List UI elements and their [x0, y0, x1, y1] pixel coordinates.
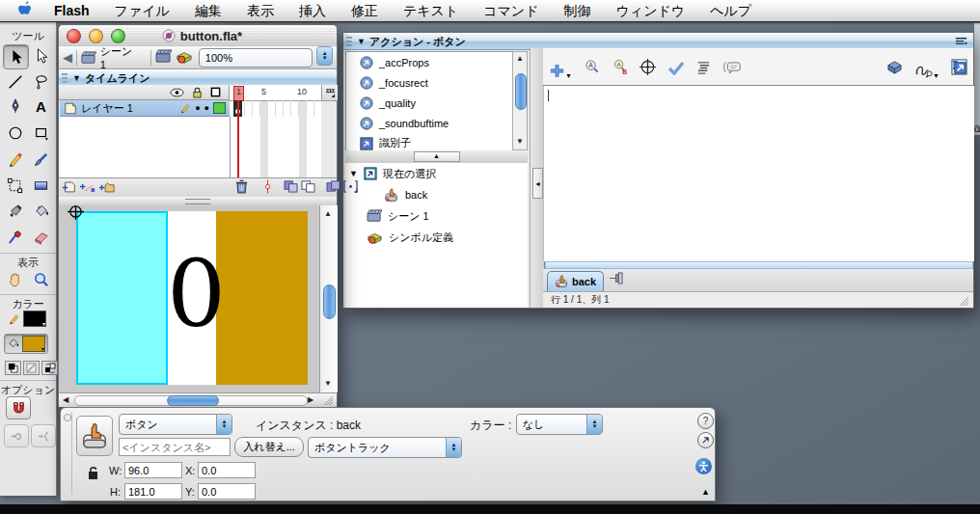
eraser-tool[interactable] [29, 226, 53, 249]
stage-vertical-scrollbar[interactable]: ▲ ▼ [319, 205, 338, 392]
gold-rect[interactable] [216, 211, 308, 385]
delete-layer-button[interactable] [235, 179, 248, 196]
zoom-window-button[interactable] [111, 29, 125, 43]
stage-canvas[interactable]: 0 [59, 205, 319, 392]
check-syntax-button[interactable] [667, 61, 685, 79]
menu-help[interactable]: ヘルプ [697, 0, 764, 21]
brush-tool[interactable] [29, 148, 53, 171]
show-hide-eye-icon[interactable] [170, 88, 184, 97]
color-style-select[interactable]: なし ▲▼ [516, 414, 603, 435]
swap-button[interactable]: 入れ替え... [234, 437, 304, 457]
props-gripper[interactable] [64, 412, 72, 495]
layer-row[interactable]: レイヤー 1 ● ● [60, 100, 230, 117]
add-layer-folder-button[interactable] [98, 180, 115, 196]
add-motion-guide-button[interactable] [80, 180, 95, 196]
menu-file[interactable]: ファイル [102, 0, 182, 21]
menu-window[interactable]: ウィンドウ [604, 0, 698, 21]
layer-visible-dot[interactable]: ● [195, 103, 200, 113]
add-layer-button[interactable] [62, 180, 77, 196]
selected-button-rect[interactable] [76, 211, 168, 385]
menu-edit[interactable]: 編集 [182, 0, 234, 21]
timeline-ruler[interactable]: 1 5 10 [230, 85, 321, 101]
tree-expand-icon[interactable]: ▼ [349, 169, 358, 178]
x-field[interactable]: 0.0 [198, 462, 256, 478]
vertical-scroll-thumb[interactable] [323, 284, 336, 319]
default-colors-button[interactable] [5, 361, 21, 375]
toolbox-navigator-splitter[interactable]: ▲ [345, 150, 528, 164]
free-transform-tool[interactable] [3, 174, 27, 197]
splitter-collapse-button[interactable]: ▲ [414, 151, 460, 162]
menu-modify[interactable]: 修正 [339, 0, 391, 21]
rectangle-tool[interactable] [29, 122, 53, 145]
stage-horizontal-scrollbar[interactable]: ◀ ▶ [59, 392, 337, 407]
scroll-down-arrow[interactable]: ▼ [324, 379, 332, 389]
layer-name[interactable]: レイヤー 1 [81, 101, 176, 116]
navigator-current-selection[interactable]: ▼ 現在の選択 [345, 163, 528, 184]
current-scene-label[interactable]: シーン 1 [100, 44, 141, 70]
snap-to-objects-button[interactable] [6, 396, 31, 419]
navigator-symbol-definitions[interactable]: シンボル定義 [345, 227, 528, 248]
center-frame-button[interactable] [264, 179, 271, 196]
object-type-select[interactable]: ボタン ▲▼ [119, 414, 232, 435]
auto-format-button[interactable] [696, 61, 711, 79]
actions-reference-button[interactable] [697, 432, 714, 448]
instance-name-input[interactable] [119, 438, 231, 456]
fill-transform-tool[interactable] [29, 174, 53, 197]
toolbox-scroll-up[interactable]: ▲ [516, 54, 524, 64]
menu-text[interactable]: テキスト [391, 0, 471, 21]
no-color-button[interactable] [23, 361, 40, 375]
apple-menu[interactable] [8, 0, 41, 21]
paint-bucket-tool[interactable] [29, 200, 53, 223]
lasso-tool[interactable] [29, 70, 53, 94]
scroll-up-arrow[interactable]: ▲ [324, 209, 332, 219]
toolbox-item-quality[interactable]: _quality [346, 93, 513, 113]
view-options-button[interactable]: ▼ [914, 63, 939, 79]
menu-view[interactable]: 表示 [234, 0, 286, 21]
pen-tool[interactable] [3, 95, 27, 118]
close-button[interactable] [67, 29, 81, 43]
lock-dimensions-icon[interactable] [88, 466, 99, 480]
add-statement-button[interactable]: ▼ [549, 63, 572, 79]
menu-insert[interactable]: 挿入 [286, 0, 339, 21]
script-horizontal-scrollbar[interactable] [545, 261, 973, 269]
menu-commands[interactable]: コマンド [471, 0, 551, 21]
straighten-button[interactable] [31, 424, 56, 447]
oval-tool[interactable] [3, 122, 27, 145]
edit-multiple-frames-button[interactable] [326, 180, 340, 195]
edit-symbol-button[interactable] [176, 49, 193, 67]
find-replace-button[interactable]: AB [612, 59, 628, 79]
ink-bottle-tool[interactable] [3, 200, 27, 223]
minimize-button[interactable] [89, 29, 103, 43]
find-button[interactable]: A [584, 59, 600, 79]
toolbox-scroll-thumb[interactable] [515, 73, 527, 110]
toolbox-item-accprops[interactable]: _accProps [346, 52, 513, 72]
debug-options-button[interactable] [886, 60, 903, 79]
script-editor-area[interactable] [543, 86, 974, 261]
actions-header-gripper[interactable] [346, 37, 352, 46]
actions-collapse-icon[interactable]: ▼ [357, 37, 366, 46]
window-resize-grip[interactable] [321, 394, 334, 406]
zoom-stepper[interactable]: ▲▼ [316, 46, 333, 66]
horizontal-scroll-thumb[interactable] [167, 395, 219, 406]
subselection-tool[interactable] [29, 44, 53, 68]
edit-scene-button[interactable] [155, 49, 172, 66]
modify-onion-markers-button[interactable] [343, 180, 358, 195]
accessibility-button[interactable] [695, 458, 712, 474]
panel-resize-grip[interactable] [957, 295, 969, 307]
pin-script-window-button[interactable] [951, 59, 967, 79]
scroll-right-arrow[interactable]: ▶ [308, 395, 313, 405]
collapse-left-pane-button[interactable]: ◄ [532, 168, 543, 199]
swap-colors-button[interactable] [41, 361, 58, 375]
timeline-collapse-icon[interactable]: ▼ [72, 73, 81, 83]
hand-tool[interactable] [3, 268, 27, 291]
back-arrow-button[interactable]: ◀ [63, 50, 72, 65]
fill-color-swatch[interactable]: ▾ [22, 336, 45, 352]
navigator-back-item[interactable]: back [345, 184, 528, 205]
actions-panel-menu-button[interactable] [955, 37, 967, 46]
outline-column-icon[interactable] [210, 87, 221, 97]
frame-view-menu-button[interactable] [321, 85, 338, 101]
selection-tool[interactable] [3, 44, 29, 69]
toolbox-scrollbar[interactable]: ▲ ▼ [512, 51, 528, 150]
menu-control[interactable]: 制御 [552, 0, 604, 21]
text-tool[interactable]: A [29, 95, 53, 118]
